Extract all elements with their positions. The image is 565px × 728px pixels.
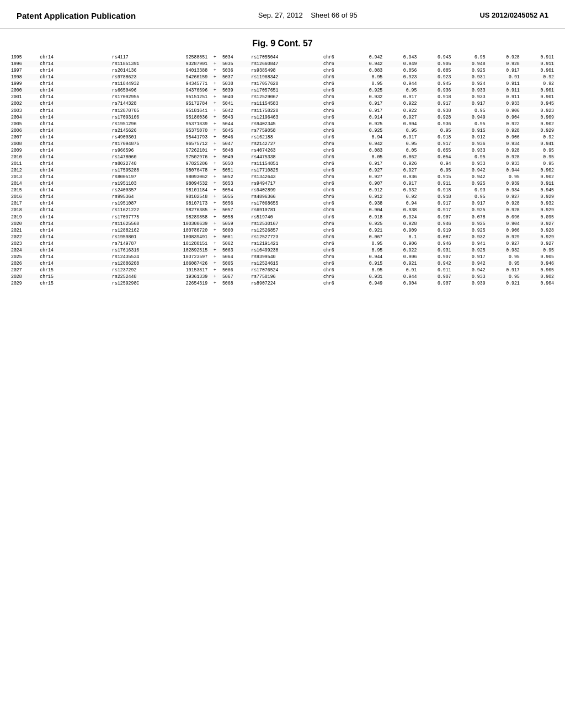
header-right: US 2012/0245052 A1 (479, 10, 548, 21)
table-cell: 5042 (221, 107, 250, 114)
table-row: 2012chr14rs1759528898076478+5051rs177108… (10, 167, 555, 174)
table-cell: rs11154583 (250, 100, 322, 107)
table-cell: 0.92 (521, 133, 555, 140)
table-cell: rs12526857 (250, 227, 322, 233)
table-row: 2025chr14rs12435534103723597+5064rs93995… (10, 253, 555, 260)
table-cell: chr14 (39, 81, 111, 87)
table-row: 2021chr14rs12882162100780720+5060rs12526… (10, 227, 555, 233)
table-cell: chr14 (39, 67, 111, 74)
table-cell: 0.944 (383, 274, 418, 280)
table-cell: + (209, 200, 221, 207)
table-cell: 2012 (10, 167, 39, 174)
table-cell: rs12530167 (250, 220, 322, 227)
table-cell: rs11968342 (250, 74, 322, 81)
table-cell: 0.933 (452, 94, 486, 100)
table-cell: 2023 (10, 240, 39, 247)
table-cell: rs17057651 (250, 87, 322, 94)
table-row: 2024chr14rs17616316102892515+5063rs10499… (10, 247, 555, 253)
table-cell: 0.94 (418, 160, 452, 167)
table-cell: + (209, 100, 221, 107)
table-cell: chr15 (39, 274, 111, 280)
table-row: 2023chr14rs7149787101280151+5062rs121914… (10, 240, 555, 247)
table-cell: chr14 (39, 207, 111, 213)
table-cell: 5037 (221, 74, 250, 81)
table-cell: rs4117 (111, 54, 165, 61)
table-cell: 5034 (221, 54, 250, 61)
table-cell: chr14 (39, 174, 111, 180)
table-cell: 100780720 (165, 227, 209, 233)
table-cell: 19361339 (165, 274, 209, 280)
table-cell: chr6 (322, 54, 349, 61)
table-cell: 0.925 (349, 120, 383, 127)
table-cell: 94260159 (165, 74, 209, 81)
table-cell: 0.917 (418, 200, 452, 207)
table-cell: 95151251 (165, 94, 209, 100)
table-cell: 0.912 (452, 133, 486, 140)
table-cell: 5035 (221, 61, 250, 67)
table-cell: 0.93 (452, 187, 486, 194)
table-row: 2009chr14rs96659697262101+5048rs4074263c… (10, 147, 555, 153)
table-cell: chr14 (39, 120, 111, 127)
table-cell: 5056 (221, 200, 250, 207)
table-cell: chr6 (322, 120, 349, 127)
table-cell: 0.923 (383, 74, 418, 81)
table-cell: rs12660847 (250, 61, 322, 67)
table-cell: 0.936 (418, 120, 452, 127)
table-cell: 0.925 (349, 87, 383, 94)
table-cell: rs12196463 (250, 114, 322, 120)
table-cell: 0.948 (452, 61, 486, 67)
table-cell: 0.945 (521, 100, 555, 107)
table-cell: 0.085 (418, 67, 452, 74)
table-cell: 5059 (221, 220, 250, 227)
table-cell: chr6 (322, 153, 349, 160)
table-row: 2013chr14rs800519798093062+5052rs1342643… (10, 174, 555, 180)
table-cell: 0.943 (418, 54, 452, 61)
table-cell: chr14 (39, 87, 111, 94)
table-cell: chr6 (322, 180, 349, 187)
table-cell: 0.945 (521, 187, 555, 194)
table-cell: 0.928 (487, 147, 521, 153)
table-row: 2010chr14rs147806097502976+5049rs4475338… (10, 153, 555, 160)
table-cell: 0.915 (418, 174, 452, 180)
table-cell: 0.925 (452, 67, 486, 74)
table-cell: 0.95 (452, 54, 486, 61)
table-cell: rs2145626 (111, 127, 165, 133)
table-cell: + (209, 260, 221, 266)
table-cell: 0.929 (521, 194, 555, 200)
table-cell: 5062 (221, 240, 250, 247)
table-cell: 0.95 (349, 74, 383, 81)
table-cell: rs11758228 (250, 107, 322, 114)
table-row: 2016chr14rs99536498102548+5055rs4896366c… (10, 194, 555, 200)
table-cell: chr14 (39, 107, 111, 114)
table-cell: + (209, 247, 221, 253)
table-cell: rs4475338 (250, 153, 322, 160)
table-cell: 0.923 (521, 107, 555, 114)
table-cell: 22654319 (165, 280, 209, 287)
table-cell: 0.92 (383, 194, 418, 200)
table-cell: chr6 (322, 267, 349, 274)
table-cell: rs17092955 (111, 94, 165, 100)
table-cell: rs1237292 (111, 267, 165, 274)
table-cell: 0.909 (521, 114, 555, 120)
table-cell: 0.095 (521, 213, 555, 220)
table-cell: rs12524615 (250, 260, 322, 266)
table-cell: 0.904 (521, 280, 555, 287)
table-cell: 98093062 (165, 174, 209, 180)
table-cell: 0.95 (452, 120, 486, 127)
table-cell: + (209, 267, 221, 274)
table-cell: rs11851391 (111, 61, 165, 67)
table-cell: 101280151 (165, 240, 209, 247)
table-row: 2007chr14rs490030195441793+5046rs162188c… (10, 133, 555, 140)
table-cell: 0.939 (487, 180, 521, 187)
table-cell: 0.904 (349, 207, 383, 213)
table-cell: 0.928 (487, 61, 521, 67)
table-cell: 0.922 (487, 120, 521, 127)
table-cell: chr14 (39, 127, 111, 133)
table-cell: + (209, 61, 221, 67)
table-cell: 0.062 (383, 153, 418, 160)
table-cell: + (209, 220, 221, 227)
figure-label: Fig. 9 Cont. 57 (0, 39, 565, 49)
table-cell: 0.946 (521, 260, 555, 266)
table-cell: chr6 (322, 107, 349, 114)
table-cell: 0.95 (521, 153, 555, 160)
